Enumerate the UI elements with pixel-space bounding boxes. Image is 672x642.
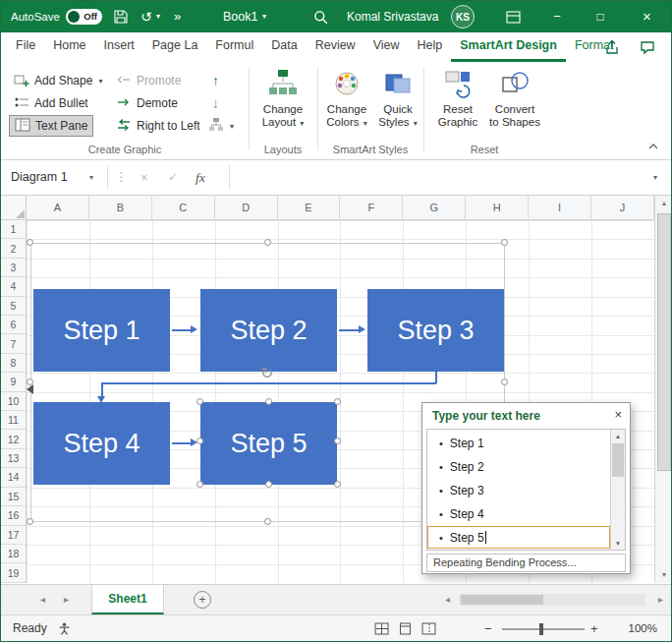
vertical-scrollbar[interactable]: ▲ ▼ — [654, 196, 672, 583]
tab-file[interactable]: File — [7, 32, 44, 62]
rotate-handle[interactable]: ↻ — [260, 366, 273, 381]
change-colors-button[interactable]: Change Colors ▾ — [321, 66, 372, 130]
row-header[interactable]: 2 — [1, 239, 26, 258]
text-pane-item[interactable]: •Step 1 — [427, 432, 610, 455]
shape-handle[interactable] — [334, 398, 341, 405]
tab-insert[interactable]: Insert — [95, 32, 143, 62]
tab-help[interactable]: Help — [409, 32, 452, 62]
row-header[interactable]: 9 — [1, 373, 26, 391]
shape-handle[interactable] — [265, 398, 272, 405]
text-pane-button[interactable]: Text Pane — [9, 115, 93, 137]
column-header-j[interactable]: J — [591, 196, 654, 219]
row-header[interactable]: 6 — [1, 316, 26, 334]
row-header[interactable]: 11 — [1, 411, 26, 430]
sheet-tab-sheet1[interactable]: Sheet1 — [91, 585, 164, 614]
name-box-caret-icon[interactable]: ▾ — [89, 160, 93, 195]
column-header-e[interactable]: E — [278, 196, 341, 219]
quick-access-more-icon[interactable]: » — [174, 1, 181, 32]
add-bullet-button[interactable]: Add Bullet — [9, 92, 93, 114]
row-header[interactable]: 10 — [1, 392, 26, 411]
row-header[interactable]: 17 — [1, 526, 26, 545]
horizontal-scrollbar[interactable] — [459, 594, 645, 606]
share-icon[interactable] — [604, 39, 620, 55]
shape-handle[interactable] — [334, 481, 341, 488]
row-header[interactable]: 1 — [1, 220, 26, 239]
row-header[interactable]: 7 — [1, 334, 26, 353]
right-to-left-button[interactable]: Right to Left — [111, 115, 205, 137]
selection-handle[interactable] — [501, 239, 508, 246]
text-pane-item[interactable]: •Step 4 — [427, 502, 610, 526]
cancel-formula-icon[interactable]: × — [140, 160, 148, 195]
selection-handle[interactable] — [264, 239, 271, 246]
comment-icon[interactable] — [640, 39, 655, 55]
promote-button[interactable]: Promote — [111, 70, 186, 91]
sheet-nav-left-icon[interactable]: ◂ — [40, 585, 45, 614]
zoom-slider-thumb[interactable] — [539, 623, 543, 635]
page-layout-view-icon[interactable] — [398, 622, 413, 635]
hscroll-right-icon[interactable]: ▸ — [658, 585, 663, 614]
smartart-shape-step-3[interactable]: Step 3 — [367, 289, 504, 372]
cell-grid[interactable]: Step 1 Step 2 Step 3 Step 4 Step 5 ↻ Typ… — [27, 220, 654, 583]
text-pane-close-icon[interactable]: × — [614, 407, 622, 422]
collapse-ribbon-icon[interactable] — [647, 143, 659, 150]
sheet-nav-right-icon[interactable]: ▸ — [64, 585, 69, 614]
maximize-button[interactable]: □ — [579, 1, 622, 32]
search-icon[interactable] — [313, 10, 328, 25]
move-up-button[interactable]: ↑ — [207, 70, 224, 91]
autosave-toggle[interactable]: Off — [66, 9, 102, 25]
tab-review[interactable]: Review — [307, 32, 364, 62]
shape-handle[interactable] — [196, 398, 203, 405]
row-header[interactable]: 18 — [1, 545, 26, 563]
tab-page-layout[interactable]: Page La — [143, 32, 207, 62]
hscroll-left-icon[interactable]: ◂ — [445, 585, 450, 614]
column-header-f[interactable]: F — [340, 196, 403, 219]
smartart-shape-step-1[interactable]: Step 1 — [33, 289, 170, 372]
close-button[interactable]: × — [622, 1, 672, 32]
tab-home[interactable]: Home — [44, 32, 94, 62]
zoom-slider[interactable] — [502, 628, 585, 630]
move-down-button[interactable]: ↓ — [207, 92, 224, 114]
quick-styles-button[interactable]: Quick Styles ▾ — [372, 66, 423, 130]
horizontal-scroll-thumb[interactable] — [461, 595, 543, 605]
reset-graphic-button[interactable]: Reset Graphic — [431, 66, 484, 129]
normal-view-icon[interactable] — [374, 622, 389, 635]
smartart-shape-step-5[interactable]: Step 5 — [200, 402, 337, 485]
undo-icon[interactable]: ↺ — [140, 1, 152, 32]
column-header-a[interactable]: A — [27, 196, 89, 219]
row-header[interactable]: 3 — [1, 259, 26, 277]
selection-handle[interactable] — [27, 239, 33, 246]
name-box[interactable]: Diagram 1 — [11, 160, 68, 195]
scroll-down-icon[interactable]: ▼ — [611, 537, 625, 550]
text-pane-item-editing[interactable]: •Step 5 — [427, 526, 610, 549]
row-header[interactable]: 15 — [1, 488, 26, 506]
smartart-shape-step-2[interactable]: Step 2 — [200, 289, 337, 372]
demote-button[interactable]: Demote — [111, 92, 183, 114]
column-header-h[interactable]: H — [466, 196, 529, 219]
text-pane-toggle-icon[interactable] — [27, 384, 33, 394]
row-header[interactable]: 4 — [1, 277, 26, 296]
column-header-c[interactable]: C — [152, 196, 215, 219]
shape-handle[interactable] — [196, 481, 203, 488]
scroll-down-icon[interactable]: ▼ — [655, 567, 672, 583]
undo-caret-icon[interactable]: ▾ — [156, 1, 160, 32]
text-pane-item[interactable]: •Step 3 — [427, 479, 610, 502]
zoom-level[interactable]: 100% — [612, 615, 657, 642]
scroll-up-icon[interactable]: ▲ — [611, 430, 625, 442]
add-sheet-button[interactable]: + — [194, 591, 211, 609]
shape-handle[interactable] — [196, 438, 203, 444]
workbook-title[interactable]: Book1 — [223, 1, 257, 32]
shape-handle[interactable] — [265, 481, 272, 488]
save-icon[interactable] — [113, 9, 129, 25]
tab-formulas[interactable]: Formul — [206, 32, 262, 62]
change-layout-button[interactable]: Change Layout ▾ — [252, 66, 313, 130]
accessibility-icon[interactable] — [58, 622, 71, 635]
row-header[interactable]: 8 — [1, 354, 26, 373]
scroll-thumb[interactable] — [612, 443, 624, 477]
selection-handle[interactable] — [27, 518, 33, 525]
add-shape-button[interactable]: Add Shape ▾ — [9, 70, 107, 91]
row-header[interactable]: 5 — [1, 297, 26, 316]
org-layout-button[interactable]: ▾ — [203, 115, 239, 137]
tab-view[interactable]: View — [364, 32, 409, 62]
ribbon-display-options-icon[interactable] — [506, 10, 521, 25]
column-header-g[interactable]: G — [403, 196, 466, 219]
